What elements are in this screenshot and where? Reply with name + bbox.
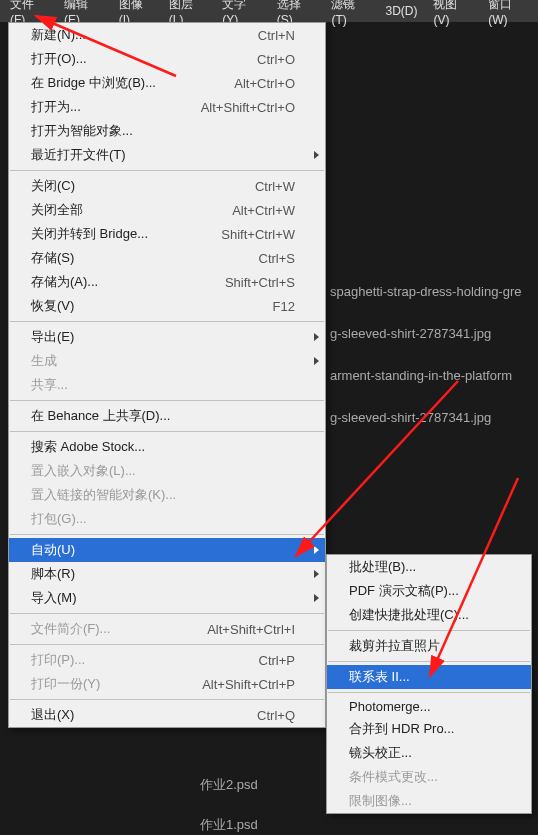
- auto-submenu-item[interactable]: 联系表 II...: [327, 665, 531, 689]
- file-menu-item[interactable]: 存储(S)Ctrl+S: [9, 246, 325, 270]
- auto-submenu-item[interactable]: 创建快捷批处理(C)...: [327, 603, 531, 627]
- menu-item-shortcut: Alt+Shift+Ctrl+O: [201, 100, 295, 115]
- menu-separator: [10, 613, 324, 614]
- menubar-item[interactable]: 滤镜(T): [323, 0, 377, 29]
- menu-item-shortcut: Alt+Ctrl+W: [232, 203, 295, 218]
- file-menu-item[interactable]: 恢复(V)F12: [9, 294, 325, 318]
- menu-separator: [10, 400, 324, 401]
- menu-item-label: 共享...: [31, 376, 68, 394]
- file-menu-item: 置入链接的智能对象(K)...: [9, 483, 325, 507]
- menu-item-label: 存储(S): [31, 249, 74, 267]
- menu-item-label: 存储为(A)...: [31, 273, 98, 291]
- menu-item-shortcut: Shift+Ctrl+W: [221, 227, 295, 242]
- chevron-right-icon: [314, 357, 319, 365]
- auto-submenu-item[interactable]: 合并到 HDR Pro...: [327, 717, 531, 741]
- file-menu-item[interactable]: 关闭(C)Ctrl+W: [9, 174, 325, 198]
- menu-item-shortcut: Alt+Shift+Ctrl+I: [207, 622, 295, 637]
- menu-separator: [10, 644, 324, 645]
- chevron-right-icon: [314, 333, 319, 341]
- menu-separator: [10, 534, 324, 535]
- menubar-item[interactable]: 窗口(W): [480, 0, 538, 29]
- file-menu-item[interactable]: 自动(U): [9, 538, 325, 562]
- file-menu-item[interactable]: 退出(X)Ctrl+Q: [9, 703, 325, 727]
- menu-item-label: 打包(G)...: [31, 510, 87, 528]
- menu-item-shortcut: F12: [273, 299, 295, 314]
- menu-item-label: 置入嵌入对象(L)...: [31, 462, 136, 480]
- bg-file-label: 作业1.psd: [200, 816, 258, 834]
- menu-item-label: 联系表 II...: [349, 668, 410, 686]
- menu-item-shortcut: Ctrl+Q: [257, 708, 295, 723]
- bg-file-label: 作业2.psd: [200, 776, 258, 794]
- file-menu-item[interactable]: 打开为...Alt+Shift+Ctrl+O: [9, 95, 325, 119]
- menu-item-label: 裁剪并拉直照片: [349, 637, 440, 655]
- menu-item-label: 生成: [31, 352, 57, 370]
- file-menu-item[interactable]: 最近打开文件(T): [9, 143, 325, 167]
- menu-item-label: 打印(P)...: [31, 651, 85, 669]
- menu-separator: [10, 321, 324, 322]
- file-menu-item: 生成: [9, 349, 325, 373]
- file-menu-item: 打印(P)...Ctrl+P: [9, 648, 325, 672]
- auto-submenu-item[interactable]: 镜头校正...: [327, 741, 531, 765]
- menu-item-label: 合并到 HDR Pro...: [349, 720, 454, 738]
- menubar-item[interactable]: 视图(V): [425, 0, 480, 29]
- file-menu-item[interactable]: 搜索 Adobe Stock...: [9, 435, 325, 459]
- menubar-item[interactable]: 3D(D): [377, 2, 425, 20]
- chevron-right-icon: [314, 546, 319, 554]
- menu-item-label: 创建快捷批处理(C)...: [349, 606, 469, 624]
- auto-submenu-item: 条件模式更改...: [327, 765, 531, 789]
- menu-item-label: 关闭并转到 Bridge...: [31, 225, 148, 243]
- bg-file-name: spaghetti-strap-dress-holding-gre: [330, 284, 521, 299]
- file-menu-item[interactable]: 导出(E): [9, 325, 325, 349]
- menu-item-label: 最近打开文件(T): [31, 146, 126, 164]
- menu-item-label: 限制图像...: [349, 792, 412, 810]
- menu-separator: [10, 170, 324, 171]
- menu-item-label: 自动(U): [31, 541, 75, 559]
- menu-item-label: 在 Behance 上共享(D)...: [31, 407, 170, 425]
- menu-item-label: 批处理(B)...: [349, 558, 416, 576]
- menu-item-label: 导出(E): [31, 328, 74, 346]
- menu-item-label: 打开为...: [31, 98, 81, 116]
- file-menu-item[interactable]: 打开(O)...Ctrl+O: [9, 47, 325, 71]
- menu-item-label: 恢复(V): [31, 297, 74, 315]
- auto-submenu-item[interactable]: 批处理(B)...: [327, 555, 531, 579]
- menu-item-label: 在 Bridge 中浏览(B)...: [31, 74, 156, 92]
- menu-item-label: 镜头校正...: [349, 744, 412, 762]
- file-menu-item[interactable]: 在 Bridge 中浏览(B)...Alt+Ctrl+O: [9, 71, 325, 95]
- file-menu-item[interactable]: 在 Behance 上共享(D)...: [9, 404, 325, 428]
- file-menu-item[interactable]: 关闭并转到 Bridge...Shift+Ctrl+W: [9, 222, 325, 246]
- menu-item-shortcut: Ctrl+N: [258, 28, 295, 43]
- menu-item-label: 搜索 Adobe Stock...: [31, 438, 145, 456]
- auto-submenu-item[interactable]: 裁剪并拉直照片: [327, 634, 531, 658]
- bg-file-name: g-sleeved-shirt-2787341.jpg: [330, 326, 491, 341]
- file-menu-item: 共享...: [9, 373, 325, 397]
- file-menu-item: 打印一份(Y)Alt+Shift+Ctrl+P: [9, 672, 325, 696]
- file-menu-item: 打包(G)...: [9, 507, 325, 531]
- file-menu-item[interactable]: 打开为智能对象...: [9, 119, 325, 143]
- menu-item-shortcut: Ctrl+P: [259, 653, 295, 668]
- menu-item-shortcut: Shift+Ctrl+S: [225, 275, 295, 290]
- menu-item-label: 置入链接的智能对象(K)...: [31, 486, 176, 504]
- file-menu-item[interactable]: 新建(N)...Ctrl+N: [9, 23, 325, 47]
- menu-item-label: 打开(O)...: [31, 50, 87, 68]
- menu-separator: [10, 431, 324, 432]
- file-menu-item[interactable]: 关闭全部Alt+Ctrl+W: [9, 198, 325, 222]
- menu-item-label: 脚本(R): [31, 565, 75, 583]
- menu-item-shortcut: Ctrl+S: [259, 251, 295, 266]
- auto-submenu: 批处理(B)...PDF 演示文稿(P)...创建快捷批处理(C)...裁剪并拉…: [326, 554, 532, 814]
- menu-item-label: 条件模式更改...: [349, 768, 438, 786]
- menu-separator: [10, 699, 324, 700]
- auto-submenu-item[interactable]: PDF 演示文稿(P)...: [327, 579, 531, 603]
- file-menu-item[interactable]: 脚本(R): [9, 562, 325, 586]
- menu-item-shortcut: Alt+Shift+Ctrl+P: [202, 677, 295, 692]
- file-menu-item[interactable]: 导入(M): [9, 586, 325, 610]
- bg-file-name: g-sleeved-shirt-2787341.jpg: [330, 410, 491, 425]
- menu-item-label: PDF 演示文稿(P)...: [349, 582, 459, 600]
- chevron-right-icon: [314, 594, 319, 602]
- auto-submenu-item[interactable]: Photomerge...: [327, 696, 531, 717]
- menu-item-label: 打开为智能对象...: [31, 122, 133, 140]
- menu-item-shortcut: Ctrl+W: [255, 179, 295, 194]
- file-menu-item[interactable]: 存储为(A)...Shift+Ctrl+S: [9, 270, 325, 294]
- menu-item-label: 导入(M): [31, 589, 77, 607]
- file-menu-item: 文件简介(F)...Alt+Shift+Ctrl+I: [9, 617, 325, 641]
- menubar: 文件(F)编辑(E)图像(I)图层(L)文字(Y)选择(S)滤镜(T)3D(D)…: [0, 0, 538, 22]
